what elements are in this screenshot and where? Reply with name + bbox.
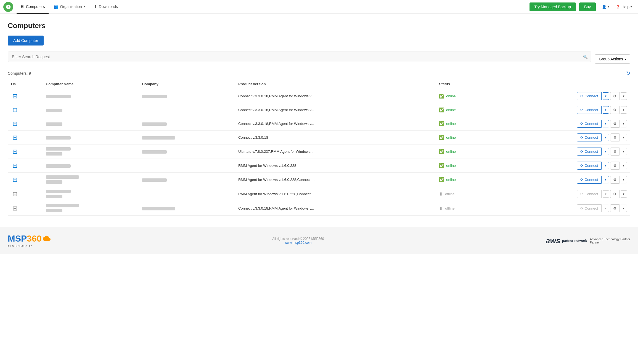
col-company: Company <box>139 79 235 89</box>
toolbar-row: Computers: 9 ↻ <box>8 70 630 76</box>
os-cell: ⊞ <box>8 187 43 201</box>
gear-button[interactable]: ⚙ <box>610 106 620 114</box>
status-text: offline <box>445 206 454 210</box>
help-menu[interactable]: ❓ Help ▾ <box>613 3 635 11</box>
company-cell <box>139 187 235 201</box>
user-menu[interactable]: 👤 ▾ <box>599 3 612 11</box>
footer-logo: MSP 360 #1 MSP BACKUP <box>8 234 51 248</box>
connect-dropdown-button[interactable]: ▾ <box>603 120 609 127</box>
computer-name-cell <box>43 159 139 173</box>
search-input[interactable] <box>8 52 580 62</box>
status-cell-container: ✅ online <box>436 103 492 117</box>
connect-icon: ⟳ <box>580 178 583 182</box>
connect-dropdown-button[interactable]: ▾ <box>603 106 609 114</box>
status-cell: ✅ online <box>439 107 489 113</box>
search-button[interactable]: 🔍 <box>580 53 591 61</box>
connect-button[interactable]: ⟳ Connect <box>577 162 602 170</box>
gear-dropdown-button[interactable]: ▾ <box>621 148 627 155</box>
connect-label: Connect <box>585 164 598 168</box>
connect-button[interactable]: ⟳ Connect <box>577 106 602 114</box>
group-actions-button[interactable]: Group Actions ▾ <box>595 54 630 64</box>
connect-dropdown-button[interactable]: ▾ <box>603 176 609 183</box>
website-link[interactable]: www.msp360.com <box>285 241 311 245</box>
company-blurred <box>142 150 167 154</box>
computer-name-blurred-2 <box>46 152 62 156</box>
actions-cell: ⟳ Connect ▾ ⚙ ▾ <box>492 144 630 159</box>
os-cell: ⊞ <box>8 89 43 103</box>
table-header-row: OS Computer Name Company Product Version… <box>8 79 630 89</box>
status-cell: ✅ online <box>439 135 489 140</box>
os-cell: ⊞ <box>8 159 43 173</box>
refresh-icon[interactable]: ↻ <box>626 70 630 76</box>
connect-dropdown-button[interactable]: ▾ <box>603 148 609 155</box>
gear-button[interactable]: ⚙ <box>610 133 620 141</box>
gear-button[interactable]: ⚙ <box>610 190 620 198</box>
connect-icon: ⟳ <box>580 164 583 168</box>
table-row: ⊞ Connect v.3.3.0.18,RMM Agent for Windo… <box>8 201 630 216</box>
computer-name-cell <box>43 144 139 159</box>
add-computer-button[interactable]: Add Computer <box>8 36 44 46</box>
download-icon: ⬇ <box>94 4 97 9</box>
actions-cell: ⟳ Connect ▾ ⚙ ▾ <box>492 103 630 117</box>
gear-button[interactable]: ⚙ <box>610 92 620 100</box>
gear-button[interactable]: ⚙ <box>610 176 620 184</box>
connect-label: Connect <box>585 108 598 112</box>
connect-button[interactable]: ⟳ Connect <box>577 92 602 100</box>
gear-button[interactable]: ⚙ <box>610 204 620 212</box>
connect-button[interactable]: ⟳ Connect <box>577 120 602 128</box>
company-cell <box>139 89 235 103</box>
status-cell-container: ✅ online <box>436 159 492 173</box>
connect-dropdown-button[interactable]: ▾ <box>603 134 609 141</box>
connect-label: Connect <box>585 122 598 126</box>
connect-label: Connect <box>585 192 598 196</box>
table-row: ⊞ Connect v.3.3.0.18,RMM Agent for Windo… <box>8 117 630 131</box>
connect-button[interactable]: ⟳ Connect <box>577 133 602 141</box>
gear-dropdown-button[interactable]: ▾ <box>621 106 627 114</box>
connect-dropdown-button[interactable]: ▾ <box>603 162 609 169</box>
company-cell <box>139 131 235 144</box>
table-row: ⊞ RMM Agent for Windows v.1.6.0.228 ✅ on… <box>8 159 630 173</box>
actions-cell: ⟳ Connect ▾ ⚙ ▾ <box>492 187 630 201</box>
table-row: ⊞ Connect v.3.3.0.18 ✅ online ⟳ Connect … <box>8 131 630 144</box>
computer-name-blurred <box>46 175 79 179</box>
tab-downloads[interactable]: ⬇ Downloads <box>90 0 122 14</box>
windows-icon: ⊞ <box>12 106 17 114</box>
computer-name-blurred <box>46 164 71 168</box>
windows-icon: ⊞ <box>12 191 17 198</box>
tab-computers[interactable]: 🖥 Computers <box>17 0 49 14</box>
gear-dropdown-button[interactable]: ▾ <box>621 176 627 183</box>
gear-button[interactable]: ⚙ <box>610 162 620 170</box>
monitor-icon: 🖥 <box>20 4 24 9</box>
nav-logo[interactable] <box>3 2 13 12</box>
connect-button[interactable]: ⟳ Connect <box>577 148 602 156</box>
windows-icon: ⊞ <box>12 93 17 100</box>
status-cell-container: ⏸ offline <box>436 201 492 216</box>
computer-name-cell <box>43 187 139 201</box>
windows-icon: ⊞ <box>12 134 17 141</box>
connect-button[interactable]: ⟳ Connect <box>577 176 602 184</box>
computer-name-cell <box>43 103 139 117</box>
gear-dropdown-button[interactable]: ▾ <box>621 134 627 141</box>
gear-button[interactable]: ⚙ <box>610 148 620 156</box>
buy-button[interactable]: Buy <box>579 2 596 11</box>
product-version-cell: Connect v.3.3.0.18,RMM Agent for Windows… <box>235 201 436 216</box>
page-title: Computers <box>8 22 630 30</box>
gear-dropdown-button[interactable]: ▾ <box>621 205 627 212</box>
navigation: 🖥 Computers 👥 Organization ▾ ⬇ Downloads… <box>0 0 638 14</box>
gear-dropdown-button[interactable]: ▾ <box>621 92 627 100</box>
tab-organization[interactable]: 👥 Organization ▾ <box>50 0 89 14</box>
gear-button[interactable]: ⚙ <box>610 120 620 128</box>
gear-dropdown-button[interactable]: ▾ <box>621 120 627 127</box>
gear-dropdown-button[interactable]: ▾ <box>621 190 627 198</box>
copyright-text: All rights reserved.© 2023 MSP360 <box>51 237 546 241</box>
connect-label: Connect <box>585 149 598 154</box>
gear-dropdown-button[interactable]: ▾ <box>621 162 627 169</box>
computer-name-blurred-2 <box>46 195 62 198</box>
company-cell <box>139 201 235 216</box>
status-cell: ✅ online <box>439 177 489 182</box>
status-online-icon: ✅ <box>439 177 444 182</box>
status-cell: ⏸ offline <box>439 206 489 211</box>
connect-dropdown-button[interactable]: ▾ <box>603 92 609 100</box>
company-cell <box>139 103 235 117</box>
try-managed-backup-button[interactable]: Try Managed Backup <box>530 2 576 11</box>
